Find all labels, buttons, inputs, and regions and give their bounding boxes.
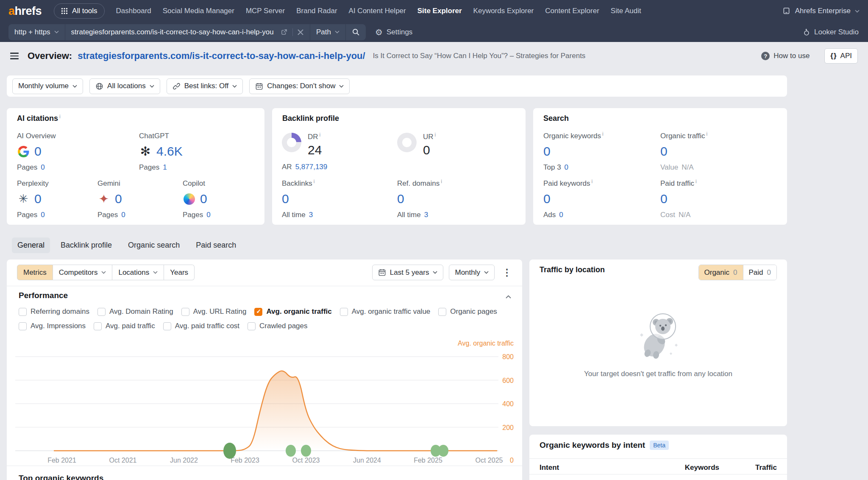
target-url-input[interactable]: strategiesforparents.com/is-it-correct-t… xyxy=(65,24,310,40)
granularity-dropdown[interactable]: Monthly xyxy=(449,265,495,280)
settings-button[interactable]: ⚙ Settings xyxy=(375,28,412,36)
all-tools-label: All tools xyxy=(72,7,97,15)
gemini-value[interactable]: 0 xyxy=(115,192,122,206)
pages-count-link[interactable]: 1 xyxy=(163,163,167,172)
copilot-value[interactable]: 0 xyxy=(200,192,207,206)
ai-overview-value[interactable]: 0 xyxy=(34,144,42,159)
search-card: Search Organic keywords 0 Top 30 Organic… xyxy=(533,108,787,225)
top3-link[interactable]: 0 xyxy=(565,163,568,172)
info-icon xyxy=(602,131,604,137)
backlinks-value[interactable]: 0 xyxy=(282,192,289,206)
checkbox[interactable] xyxy=(438,308,446,316)
perplexity-value[interactable]: 0 xyxy=(34,192,42,206)
kebab-menu-icon[interactable]: ⋮ xyxy=(500,268,514,277)
segment-metrics[interactable]: Metrics xyxy=(17,265,53,280)
ahrefs-logo[interactable]: ahrefs xyxy=(8,5,42,18)
segment-locations[interactable]: Locations xyxy=(112,265,164,280)
changes-dropdown[interactable]: Changes: Don't show xyxy=(249,78,350,94)
gear-icon: ⚙ xyxy=(375,28,383,36)
toggle-organic[interactable]: Organic 0 xyxy=(699,265,743,280)
tab-general[interactable]: General xyxy=(12,237,50,253)
checkbox[interactable] xyxy=(19,308,27,316)
pages-count-link[interactable]: 0 xyxy=(206,211,210,219)
nav-item-ai-content-helper[interactable]: AI Content Helper xyxy=(349,7,406,15)
checkbox[interactable] xyxy=(19,322,27,330)
how-to-use-button[interactable]: ? How to use xyxy=(761,52,810,60)
volume-mode-dropdown[interactable]: Monthly volume xyxy=(12,78,83,94)
search-button[interactable] xyxy=(345,24,366,40)
chatgpt-value[interactable]: 4.6K xyxy=(156,144,183,159)
target-url-link[interactable]: strategiesforparents.com/is-it-correct-t… xyxy=(78,50,365,61)
metric-checkbox-avg-paid-traffic-cost[interactable]: Avg. paid traffic cost xyxy=(163,322,239,330)
external-link-icon[interactable] xyxy=(280,28,288,36)
all-time-link[interactable]: 3 xyxy=(424,211,428,219)
checkbox[interactable] xyxy=(163,322,171,330)
metric-checkbox-avg-domain-rating[interactable]: Avg. Domain Rating xyxy=(97,307,173,316)
paid-traffic-value[interactable]: 0 xyxy=(660,192,668,206)
best-links-dropdown[interactable]: Best links: Off xyxy=(167,78,243,94)
account-menu[interactable]: Ahrefs Enterprise xyxy=(782,7,860,16)
metric-checkbox-avg-organic-traffic[interactable]: Avg. organic traffic xyxy=(254,307,331,316)
all-tools-button[interactable]: All tools xyxy=(54,3,105,19)
clear-icon[interactable] xyxy=(297,29,304,36)
metric-checkbox-crawled-pages[interactable]: Crawled pages xyxy=(248,322,307,330)
api-button[interactable]: {} API xyxy=(824,48,858,64)
metric-checkbox-avg-paid-traffic[interactable]: Avg. paid traffic xyxy=(94,322,155,330)
toggle-paid[interactable]: Paid 0 xyxy=(743,265,777,280)
pages-count-link[interactable]: 0 xyxy=(121,211,125,219)
segment-competitors[interactable]: Competitors xyxy=(53,265,113,280)
pages-count-link[interactable]: 0 xyxy=(41,211,45,219)
nav-item-mcp-server[interactable]: MCP Server xyxy=(246,7,285,15)
period-dropdown[interactable]: Last 5 years xyxy=(372,265,444,280)
protocol-dropdown[interactable]: http + https xyxy=(8,24,65,40)
target-url-value[interactable]: strategiesforparents.com/is-it-correct-t… xyxy=(71,28,276,36)
paid-keywords-value[interactable]: 0 xyxy=(543,192,551,206)
pages-count-link[interactable]: 0 xyxy=(41,163,45,172)
checkbox[interactable] xyxy=(94,322,102,330)
card-title-row: Organic keywords by intent Beta xyxy=(540,441,669,450)
locations-filter-dropdown[interactable]: All locations xyxy=(89,78,160,94)
mode-dropdown[interactable]: Path xyxy=(310,24,345,40)
nav-item-dashboard[interactable]: Dashboard xyxy=(116,7,151,15)
organic-keywords-value[interactable]: 0 xyxy=(543,144,551,159)
nav-item-content-explorer[interactable]: Content Explorer xyxy=(545,7,599,15)
menu-icon[interactable] xyxy=(9,51,19,61)
all-time-link[interactable]: 3 xyxy=(309,211,313,219)
metric-gemini: Gemini ✦ 0 Pages0 xyxy=(97,179,125,219)
info-icon xyxy=(320,132,321,138)
nav-item-keywords-explorer[interactable]: Keywords Explorer xyxy=(473,7,534,15)
checkbox[interactable] xyxy=(97,308,106,316)
column-keywords[interactable]: Keywords xyxy=(660,463,719,472)
metric-checkbox-organic-pages[interactable]: Organic pages xyxy=(438,307,497,316)
metric-url-rating: UR 0 xyxy=(397,133,436,157)
metric-checkbox-referring-domains[interactable]: Referring domains xyxy=(19,307,89,316)
nav-item-brand-radar[interactable]: Brand Radar xyxy=(296,7,337,15)
segment-years[interactable]: Years xyxy=(164,265,195,280)
ahrefs-rank-link[interactable]: 5,877,139 xyxy=(295,163,328,171)
looker-studio-button[interactable]: Looker Studio xyxy=(803,28,860,36)
tab-organic-search[interactable]: Organic search xyxy=(122,237,185,253)
svg-text:Feb 2025: Feb 2025 xyxy=(414,457,442,464)
ads-link[interactable]: 0 xyxy=(559,211,563,219)
traffic-by-location-card: Traffic by location Organic 0 Paid 0 xyxy=(529,260,787,426)
nav-item-site-audit[interactable]: Site Audit xyxy=(611,7,641,15)
nav-item-site-explorer[interactable]: Site Explorer xyxy=(417,7,462,15)
checkbox[interactable] xyxy=(248,322,256,330)
checkbox[interactable] xyxy=(340,308,348,316)
checkbox[interactable] xyxy=(254,308,262,316)
performance-card: Metrics Competitors Locations Years Last… xyxy=(7,260,522,480)
metric-checkbox-avg-url-rating[interactable]: Avg. URL Rating xyxy=(181,307,247,316)
chevron-up-icon[interactable] xyxy=(506,293,511,300)
organic-traffic-value[interactable]: 0 xyxy=(660,144,668,159)
performance-chart-svg[interactable]: 0200400600800Avg. organic trafficFeb 202… xyxy=(7,337,522,464)
ref-domains-value[interactable]: 0 xyxy=(397,192,404,206)
column-traffic[interactable]: Traffic xyxy=(719,463,777,472)
metric-checkbox-avg-organic-traffic-value[interactable]: Avg. organic traffic value xyxy=(340,307,431,316)
settings-label: Settings xyxy=(387,28,412,36)
nav-item-social-media-manager[interactable]: Social Media Manager xyxy=(163,7,234,15)
tab-paid-search[interactable]: Paid search xyxy=(190,237,242,253)
tab-backlink-profile[interactable]: Backlink profile xyxy=(55,237,117,253)
column-intent[interactable]: Intent xyxy=(540,463,660,472)
checkbox[interactable] xyxy=(181,308,189,316)
metric-checkbox-avg-impressions[interactable]: Avg. Impressions xyxy=(19,322,86,330)
